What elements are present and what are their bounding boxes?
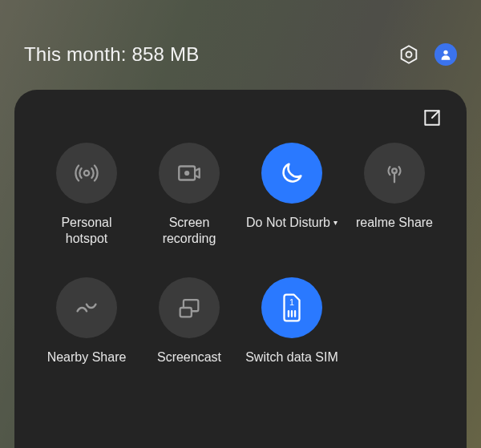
tile-circle (261, 143, 322, 204)
svg-marker-0 (402, 46, 417, 63)
hotspot-icon (73, 159, 100, 187)
profile-icon[interactable] (435, 43, 457, 66)
svg-point-2 (443, 50, 447, 54)
tile-circle (159, 143, 220, 204)
chevron-down-icon: ▾ (333, 219, 338, 227)
status-actions (398, 43, 457, 66)
svg-point-3 (84, 171, 89, 176)
svg-point-5 (184, 171, 189, 176)
tile-label[interactable]: Do Not Disturb ▾ (246, 215, 338, 231)
data-usage-text[interactable]: This month: 858 MB (24, 43, 398, 66)
sim-icon: 1 (278, 293, 305, 323)
screen-record-icon (176, 159, 203, 187)
moon-icon (278, 159, 305, 187)
tile-label: Switch data SIM (245, 349, 338, 365)
tile-label: Screen recording (141, 215, 237, 247)
edit-icon[interactable] (422, 107, 443, 128)
nearby-icon (73, 294, 100, 321)
share-signal-icon (381, 159, 408, 187)
tile-realme-share[interactable]: realme Share (343, 143, 446, 247)
tile-screen-recording[interactable]: Screen recording (138, 143, 240, 247)
tile-screencast[interactable]: Screencast (138, 277, 240, 365)
tiles-grid: Personal hotspot Screen recording (35, 143, 446, 365)
tile-circle (56, 277, 117, 338)
svg-text:1: 1 (289, 297, 294, 307)
tile-do-not-disturb[interactable]: Do Not Disturb ▾ (240, 143, 343, 247)
tile-personal-hotspot[interactable]: Personal hotspot (35, 143, 138, 247)
status-bar: This month: 858 MB (0, 43, 481, 66)
tile-label: Personal hotspot (38, 215, 135, 247)
tile-circle (159, 277, 220, 338)
settings-icon[interactable] (398, 43, 420, 66)
tile-circle (56, 143, 117, 204)
tile-nearby-share[interactable]: Nearby Share (35, 277, 138, 365)
tile-circle (364, 143, 425, 204)
tile-label: realme Share (356, 215, 433, 231)
tile-switch-data-sim[interactable]: 1 Switch data SIM (240, 277, 343, 365)
tile-label: Nearby Share (47, 349, 127, 365)
tile-circle: 1 (261, 277, 322, 338)
tile-label: Screencast (157, 349, 221, 365)
quick-settings-panel: Personal hotspot Screen recording (14, 90, 467, 448)
svg-rect-8 (180, 308, 192, 317)
svg-point-1 (406, 52, 412, 58)
cast-icon (176, 294, 203, 321)
